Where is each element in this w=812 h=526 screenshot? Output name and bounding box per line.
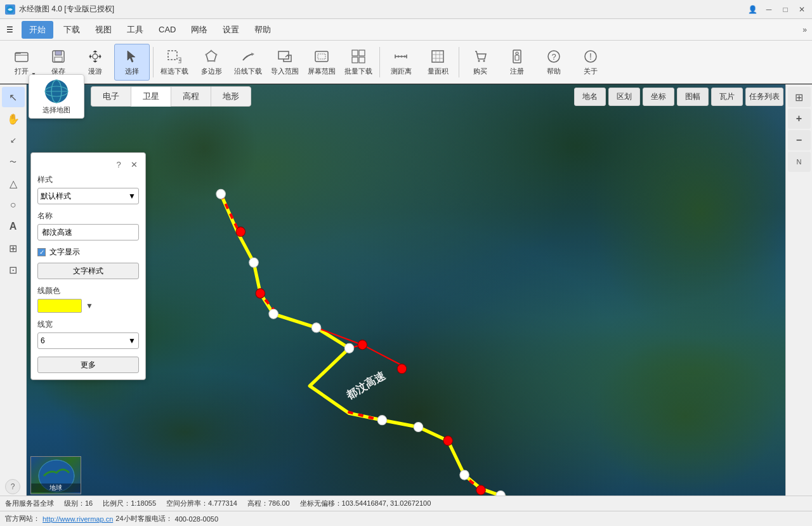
svg-point-6 xyxy=(93,54,98,59)
menu-network[interactable]: 网络 xyxy=(183,19,215,41)
select-button[interactable]: 选择 xyxy=(114,44,150,81)
tab-electronic[interactable]: 电子 xyxy=(91,86,131,107)
minimap[interactable]: 地球 xyxy=(30,456,81,494)
menu-settings[interactable]: 设置 xyxy=(215,19,247,41)
menu-view[interactable]: 视图 xyxy=(88,19,119,41)
task-list-button[interactable]: 任务列表 xyxy=(745,88,783,106)
svg-point-36 xyxy=(516,52,518,55)
style-panel-help-btn[interactable]: ? xyxy=(114,159,124,169)
scale-text: 比例尺：1:18055 xyxy=(103,499,156,508)
resolution-text: 空间分辨率：4.777314 xyxy=(166,499,237,508)
svg-point-11 xyxy=(214,60,216,62)
width-select[interactable]: 6 ▼ xyxy=(37,332,139,349)
tab-district[interactable]: 区划 xyxy=(608,88,640,106)
statusbar2: 官方网站： http://www.rivermap.cn 24小时客服电话： 4… xyxy=(0,511,812,526)
select-map-button[interactable]: 选择地图 xyxy=(29,74,84,119)
text-style-button[interactable]: 文字样式 xyxy=(37,263,139,279)
sidebar-tool-screen[interactable]: ⊡ xyxy=(2,260,25,280)
style-panel-header: ? ✕ xyxy=(37,159,139,169)
help-toolbar-label: 帮助 xyxy=(547,67,561,76)
svg-rect-7 xyxy=(168,51,177,60)
sidebar-tool-pan[interactable]: ✋ xyxy=(2,108,25,129)
tab-elevation[interactable]: 高程 xyxy=(171,86,211,107)
sidebar-tool-triangle[interactable]: △ xyxy=(2,173,25,194)
import-range-icon xyxy=(276,48,294,65)
menu-help[interactable]: 帮助 xyxy=(247,19,278,41)
svg-rect-18 xyxy=(359,50,365,56)
phone-label: 24小时客服电话： xyxy=(115,514,172,523)
tab-placename[interactable]: 地名 xyxy=(574,88,606,106)
zoom-in-button[interactable]: + xyxy=(788,108,811,129)
batch-download-button[interactable]: 批量下载 xyxy=(341,44,376,81)
text-display-checkbox[interactable]: ✓ xyxy=(37,248,46,256)
sidebar-tool-circle[interactable]: ○ xyxy=(2,195,25,215)
zoom-out-button[interactable]: − xyxy=(788,130,811,150)
menu-download[interactable]: 下载 xyxy=(56,19,88,41)
about-icon: ! xyxy=(582,48,599,65)
tab-terrain[interactable]: 地形 xyxy=(211,86,251,107)
batch-download-icon xyxy=(350,48,367,65)
text-display-label: 文字显示 xyxy=(49,247,80,258)
tab-tile[interactable]: 瓦片 xyxy=(711,88,743,106)
terrain-2 xyxy=(590,84,812,338)
svg-rect-16 xyxy=(318,54,325,59)
titlebar: 水经微图 4.0 [专业版已授权] 👤 ─ □ ✕ xyxy=(0,0,812,19)
svg-point-32 xyxy=(478,60,480,62)
elevation-text: 高程：786.00 xyxy=(247,499,290,508)
tab-mapsheet[interactable]: 图幅 xyxy=(677,88,709,106)
screen-range-button[interactable]: 屏幕范围 xyxy=(304,44,339,81)
north-button[interactable]: N xyxy=(788,152,811,172)
menu-start[interactable]: 开始 xyxy=(22,21,53,39)
save-icon xyxy=(49,48,67,65)
maximize-button[interactable]: □ xyxy=(778,3,793,16)
sidebar-tool-grid[interactable]: ⊞ xyxy=(2,238,25,258)
box-download-icon xyxy=(166,48,183,65)
color-dropdown-icon[interactable]: ▼ xyxy=(86,301,93,310)
buy-label: 购买 xyxy=(473,67,487,76)
style-value: 默认样式 xyxy=(41,191,71,202)
level-text: 级别：16 xyxy=(64,499,93,508)
buy-icon xyxy=(471,48,489,65)
more-button[interactable]: 更多 xyxy=(37,357,139,373)
zoom-fit-button[interactable]: ⊞ xyxy=(788,87,811,107)
sidebar-tool-wave[interactable]: 〜 xyxy=(2,152,25,172)
polygon-button[interactable]: 多边形 xyxy=(193,44,229,81)
box-download-label: 框选下载 xyxy=(160,67,188,76)
buy-button[interactable]: 购买 xyxy=(462,44,498,81)
measure-distance-icon xyxy=(392,48,410,65)
import-range-button[interactable]: 导入范围 xyxy=(267,44,303,81)
help-toolbar-button[interactable]: ? 帮助 xyxy=(536,44,572,81)
menubar: ☰ 开始 下载 视图 工具 CAD 网络 设置 帮助 » xyxy=(0,19,812,41)
website-label: 官方网站： xyxy=(5,514,40,523)
name-input[interactable] xyxy=(37,224,139,240)
color-box[interactable] xyxy=(37,299,82,313)
text-display-row: ✓ 文字显示 xyxy=(37,247,139,258)
measure-area-button[interactable]: 量面积 xyxy=(420,44,455,81)
toolbar-separator-2 xyxy=(379,47,380,77)
register-button[interactable]: 注册 xyxy=(499,44,535,81)
tab-coords[interactable]: 坐标 xyxy=(643,88,674,106)
style-select[interactable]: 默认样式 ▼ xyxy=(37,188,139,204)
hamburger-menu[interactable]: ☰ xyxy=(0,19,19,41)
sidebar-tool-arrow[interactable]: ↙ xyxy=(2,130,25,150)
map-right-tabs: 地名 区划 坐标 图幅 瓦片 任务列表 xyxy=(574,88,783,106)
menu-collapse-btn[interactable]: » xyxy=(802,25,812,34)
sidebar-tool-select[interactable]: ↖ xyxy=(2,87,25,107)
measure-distance-label: 测距离 xyxy=(391,67,412,76)
tab-satellite[interactable]: 卫星 xyxy=(131,86,171,107)
website-link[interactable]: http://www.rivermap.cn xyxy=(43,515,113,523)
style-panel-close-btn[interactable]: ✕ xyxy=(129,159,139,169)
minimize-button[interactable]: ─ xyxy=(761,3,776,16)
user-button[interactable]: 👤 xyxy=(745,3,760,16)
sidebar-tool-text[interactable]: A xyxy=(2,216,25,237)
titlebar-left: 水经微图 4.0 [专业版已授权] xyxy=(0,4,114,15)
line-download-button[interactable]: 沿线下载 xyxy=(230,44,266,81)
help-corner-button[interactable]: ? xyxy=(5,479,20,494)
menu-tools[interactable]: 工具 xyxy=(119,19,151,41)
measure-distance-button[interactable]: 测距离 xyxy=(383,44,419,81)
close-button[interactable]: ✕ xyxy=(794,3,809,16)
box-download-button[interactable]: 框选下载 xyxy=(157,44,192,81)
about-button[interactable]: ! 关于 xyxy=(573,44,608,81)
map-tabs: 电子 卫星 高程 地形 xyxy=(91,86,251,107)
menu-cad[interactable]: CAD xyxy=(151,19,183,41)
